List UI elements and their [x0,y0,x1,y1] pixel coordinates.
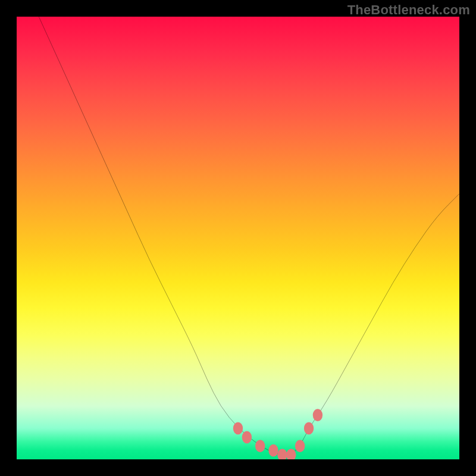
marker-dot [286,449,296,459]
marker-dot [233,422,243,435]
marker-dot [295,440,305,452]
bottleneck-curve [39,17,459,455]
chart-frame: TheBottleneck.com [0,0,476,476]
marker-dot [313,409,322,421]
marker-dot [268,444,278,457]
watermark-text: TheBottleneck.com [347,2,470,18]
optimal-zone-markers [233,409,322,459]
marker-dot [242,431,252,443]
marker-dot [277,449,287,459]
marker-dot [304,422,314,435]
plot-area [17,17,459,459]
marker-dot [255,440,265,452]
curve-svg [17,17,459,459]
